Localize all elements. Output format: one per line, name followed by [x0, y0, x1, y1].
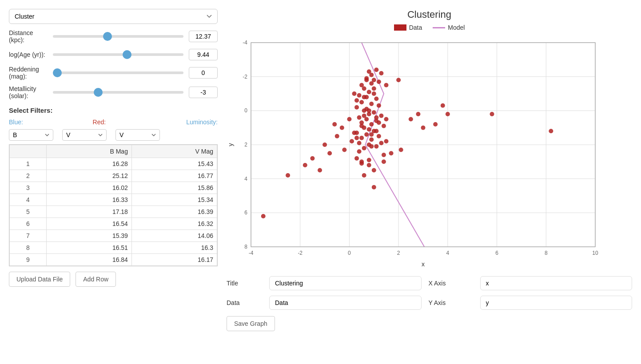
red-filter-select[interactable]: VBR — [62, 129, 107, 141]
data-point — [369, 132, 374, 137]
data-point — [384, 117, 388, 122]
chart-legend: Data Model — [227, 24, 632, 31]
data-point — [367, 108, 371, 113]
add-row-button[interactable]: Add Row — [76, 272, 116, 287]
distance-value[interactable] — [189, 31, 218, 42]
table-cell-value: 16.54 — [46, 218, 131, 230]
reddening-value[interactable] — [189, 67, 218, 79]
data-point — [374, 129, 378, 133]
data-point — [377, 120, 381, 125]
table-cell-value: 16.28 — [46, 158, 131, 170]
upload-data-button[interactable]: Upload Data File — [9, 272, 70, 287]
metallicity-value[interactable] — [189, 87, 218, 98]
luminosity-filter-label: Luminosity: — [176, 119, 218, 126]
svg-text:2: 2 — [397, 250, 400, 256]
data-point — [379, 141, 383, 145]
table-cell-index: 4 — [10, 194, 47, 206]
data-point — [433, 122, 438, 127]
distance-slider[interactable] — [53, 35, 183, 38]
table-row: 616.5416.32 — [10, 218, 217, 230]
table-cell-value: 14.06 — [131, 230, 217, 242]
data-point — [382, 159, 386, 164]
table-body: 116.2815.43225.1216.77316.0215.86416.331… — [10, 158, 217, 266]
data-point — [369, 73, 374, 77]
data-point — [286, 173, 290, 178]
table-cell-index: 2 — [10, 170, 47, 182]
data-point — [377, 79, 381, 84]
data-point — [369, 102, 374, 106]
table-row: 715.3914.06 — [10, 230, 217, 242]
data-point — [335, 134, 339, 138]
xaxis-field-input[interactable] — [480, 276, 633, 290]
data-point — [374, 144, 378, 149]
data-point — [379, 114, 383, 118]
table-header-index — [10, 145, 47, 158]
table-row: 316.0215.86 — [10, 182, 217, 194]
data-point — [340, 126, 344, 130]
blue-filter-select[interactable]: BVU — [9, 129, 53, 141]
table-cell-value: 16.3 — [131, 242, 217, 254]
data-point — [369, 81, 374, 86]
data-table: B Mag V Mag 116.2815.43225.1216.77316.02… — [9, 145, 217, 266]
svg-text:4: 4 — [446, 250, 450, 256]
svg-text:0: 0 — [244, 107, 247, 114]
luminosity-filter-select[interactable]: VBR — [115, 129, 160, 141]
table-row: 225.1216.77 — [10, 170, 217, 182]
data-point — [441, 103, 445, 108]
data-point — [367, 127, 371, 132]
logage-value[interactable] — [189, 49, 218, 60]
svg-text:6: 6 — [244, 210, 247, 216]
filters-title: Select Filters: — [9, 107, 218, 114]
svg-text:4: 4 — [244, 176, 247, 182]
yaxis-field-label: Y Axis — [429, 299, 473, 306]
data-point — [549, 129, 553, 133]
data-point — [372, 91, 376, 96]
data-point — [369, 138, 374, 142]
data-point — [416, 112, 420, 116]
data-point — [369, 122, 374, 127]
logage-slider-row: log(Age (yr)): — [9, 49, 218, 60]
svg-text:2: 2 — [244, 142, 247, 148]
data-point — [372, 185, 376, 190]
yaxis-field-input[interactable] — [480, 296, 633, 310]
metallicity-slider[interactable] — [53, 91, 183, 94]
data-point — [364, 78, 369, 82]
cluster-dropdown[interactable]: Cluster — [9, 9, 218, 24]
reddening-slider[interactable] — [53, 71, 183, 74]
svg-text:y: y — [227, 143, 234, 146]
table-cell-value: 16.33 — [46, 194, 131, 206]
data-point — [396, 78, 401, 82]
reddening-slider-row: Reddening (mag): — [9, 66, 218, 80]
data-field-input[interactable] — [269, 296, 422, 310]
bottom-buttons: Upload Data File Add Row — [9, 272, 218, 287]
data-table-container: B Mag V Mag 116.2815.43225.1216.77316.02… — [9, 144, 218, 266]
data-point — [359, 100, 364, 104]
title-field-input[interactable] — [269, 276, 422, 290]
distance-slider-row: Distance (kpc): — [9, 29, 218, 44]
table-cell-value: 15.43 — [131, 158, 217, 170]
data-point — [490, 112, 494, 116]
red-filter-label: Red: — [93, 119, 118, 126]
svg-text:-2: -2 — [243, 74, 247, 80]
save-graph-button[interactable]: Save Graph — [227, 316, 275, 331]
data-point — [357, 141, 362, 145]
data-point — [377, 134, 381, 138]
table-header-row: B Mag V Mag — [10, 145, 217, 158]
logage-slider[interactable] — [53, 53, 183, 56]
table-cell-index: 9 — [10, 254, 47, 266]
data-point — [374, 67, 378, 72]
data-point — [389, 151, 394, 155]
table-row: 416.3315.34 — [10, 194, 217, 206]
data-point — [357, 93, 362, 98]
data-point — [362, 87, 366, 91]
table-cell-index: 7 — [10, 230, 47, 242]
table-cell-value: 15.34 — [131, 194, 217, 206]
scatter-plot: -4-20246810-4-202468xy — [227, 34, 613, 269]
table-cell-index: 6 — [10, 218, 47, 230]
data-point — [342, 148, 346, 152]
reddening-label: Reddening (mag): — [9, 66, 48, 80]
data-point — [318, 168, 322, 173]
title-field-label: Title — [227, 280, 262, 287]
data-point — [372, 168, 376, 173]
data-point — [372, 87, 376, 91]
